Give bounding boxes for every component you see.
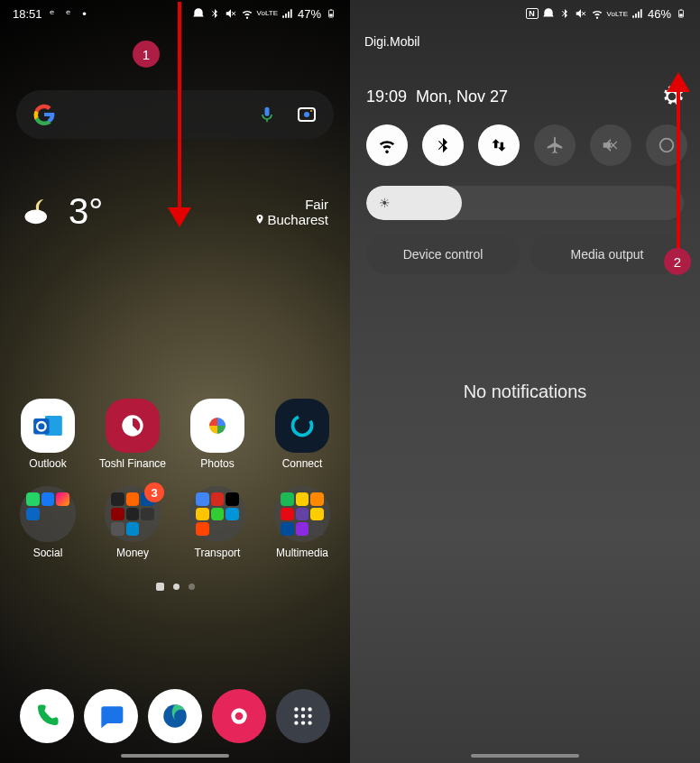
- notif-more-icon: •: [78, 7, 91, 20]
- panel-date: Mon, Nov 27: [416, 87, 508, 106]
- garmin-icon: [286, 409, 318, 442]
- media-output-button[interactable]: Media output: [530, 234, 684, 274]
- nfc-icon: N: [526, 8, 539, 19]
- svg-point-10: [293, 417, 312, 436]
- qs-bluetooth[interactable]: [422, 124, 464, 166]
- mute-icon: [225, 7, 237, 20]
- notif-icon-1: ᵉ: [46, 7, 59, 20]
- svg-point-20: [295, 721, 299, 724]
- qs-sound[interactable]: [590, 124, 631, 166]
- apps-row-1: Outlook Toshl Finance Photos Connect: [5, 399, 345, 470]
- bluetooth-icon: [208, 7, 221, 20]
- folder-multimedia[interactable]: Multimedia: [262, 486, 343, 559]
- volte-icon: VoLTE: [607, 10, 628, 18]
- notif-icon-2: ᵉ: [62, 7, 75, 20]
- dock-messages[interactable]: [84, 689, 138, 743]
- svg-point-18: [301, 714, 305, 718]
- panel-datetime-row: 19:09 Mon, Nov 27: [350, 85, 700, 108]
- dock-phone[interactable]: [20, 689, 74, 743]
- svg-point-6: [25, 209, 48, 224]
- signal-icon: [631, 7, 644, 20]
- brightness-slider[interactable]: ☀: [366, 186, 684, 220]
- volte-icon: VoLTE: [257, 10, 278, 17]
- app-toshl[interactable]: Toshl Finance: [92, 399, 173, 470]
- outlook-icon: [31, 409, 65, 443]
- location-pin-icon: [254, 214, 265, 225]
- qs-data[interactable]: [478, 124, 520, 166]
- svg-point-16: [309, 707, 312, 711]
- temperature: 3°: [69, 191, 103, 232]
- signal-icon: [281, 7, 294, 20]
- dock-edge[interactable]: [148, 689, 202, 743]
- alarm-icon: [542, 7, 555, 20]
- folder-transport[interactable]: Transport: [177, 486, 258, 559]
- weather-condition: Fair: [254, 197, 328, 212]
- app-outlook[interactable]: Outlook: [7, 399, 88, 470]
- messages-icon: [97, 702, 125, 731]
- bluetooth-icon: [558, 7, 571, 20]
- device-control-button[interactable]: Device control: [366, 234, 520, 274]
- dock-camera[interactable]: [212, 689, 266, 743]
- quick-settings-row: [350, 124, 700, 166]
- svg-point-21: [301, 721, 305, 724]
- status-bar: N VoLTE 46%: [350, 0, 700, 27]
- mic-icon[interactable]: [258, 104, 276, 125]
- apps-row-2: Social 3 Money Transport: [5, 486, 345, 559]
- photos-icon: [201, 409, 234, 442]
- phone-icon: [33, 703, 60, 730]
- pointer-arrow: [672, 72, 685, 253]
- wifi-icon: [591, 7, 603, 20]
- svg-point-4: [304, 112, 309, 117]
- toshl-icon: [115, 408, 151, 444]
- app-connect[interactable]: Connect: [262, 399, 343, 470]
- svg-rect-2: [330, 9, 332, 10]
- google-icon: [32, 103, 56, 126]
- svg-point-14: [295, 707, 299, 711]
- battery-icon: [675, 7, 687, 20]
- svg-point-13: [235, 712, 244, 721]
- nav-pill[interactable]: [121, 754, 229, 758]
- apps-grid-icon: [291, 704, 315, 728]
- folder-social[interactable]: Social: [7, 486, 88, 559]
- camera-icon: [227, 704, 251, 728]
- no-notifications-label: No notifications: [350, 382, 700, 402]
- battery-text: 46%: [648, 7, 671, 21]
- alarm-icon: [192, 7, 205, 20]
- carrier-label: Digi.Mobil: [350, 29, 434, 54]
- home-screen: 18:51 ᵉ ᵉ • VoLTE 47%: [0, 0, 350, 763]
- svg-point-17: [295, 714, 299, 718]
- edge-icon: [160, 701, 190, 731]
- folder-money[interactable]: 3 Money: [92, 486, 173, 559]
- svg-point-5: [310, 110, 312, 112]
- battery-text: 47%: [298, 7, 321, 21]
- svg-rect-24: [679, 14, 682, 16]
- weather-icon: [22, 193, 60, 231]
- svg-point-15: [301, 707, 305, 711]
- dock: [0, 689, 350, 743]
- brightness-icon: ☀: [379, 196, 391, 210]
- mute-icon: [575, 7, 587, 20]
- weather-location: Bucharest: [267, 212, 328, 227]
- panel-time: 19:09: [366, 87, 407, 106]
- svg-point-19: [309, 714, 312, 718]
- notification-panel: N VoLTE 46% Digi.Mobil 19:09 Mon, Nov 27…: [350, 0, 700, 763]
- nav-pill[interactable]: [471, 754, 579, 758]
- wifi-icon: [241, 7, 253, 20]
- svg-rect-25: [680, 9, 682, 10]
- qs-airplane[interactable]: [534, 124, 576, 166]
- svg-rect-1: [329, 14, 332, 16]
- annotation-marker-2: 2: [664, 248, 691, 275]
- qs-wifi[interactable]: [366, 124, 408, 166]
- battery-icon: [325, 7, 337, 20]
- lens-icon[interactable]: [296, 104, 318, 125]
- svg-point-22: [309, 721, 312, 724]
- annotation-marker-1: 1: [133, 41, 160, 68]
- notification-badge: 3: [144, 483, 164, 502]
- page-indicator[interactable]: [0, 583, 350, 591]
- app-photos[interactable]: Photos: [177, 399, 258, 470]
- svg-rect-8: [33, 418, 49, 434]
- dock-apps[interactable]: [276, 689, 330, 743]
- swipe-down-arrow: [173, 2, 186, 227]
- status-time: 18:51: [13, 7, 42, 21]
